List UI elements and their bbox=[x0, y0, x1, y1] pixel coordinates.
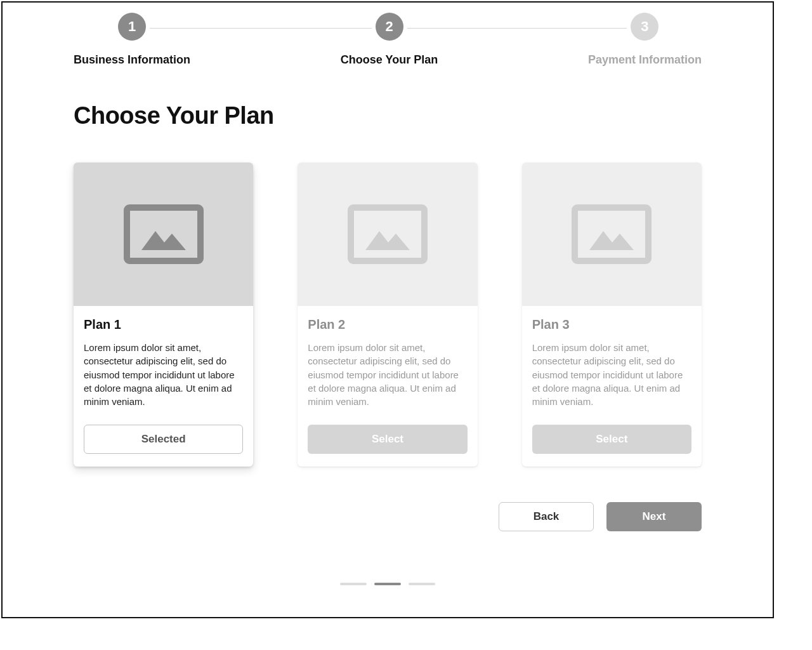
plan-image-placeholder bbox=[74, 162, 253, 306]
step-choose-your-plan[interactable]: 2 Choose Your Plan bbox=[341, 13, 438, 67]
step-label: Business Information bbox=[74, 53, 190, 67]
plan-card-list: Plan 1 Lorem ipsum dolor sit amet, conse… bbox=[74, 162, 702, 467]
plan-card-1[interactable]: Plan 1 Lorem ipsum dolor sit amet, conse… bbox=[74, 162, 253, 467]
wizard-nav: Back Next bbox=[74, 502, 702, 531]
plan-select-button[interactable]: Select bbox=[532, 425, 691, 454]
plan-card-2[interactable]: Plan 2 Lorem ipsum dolor sit amet, conse… bbox=[298, 162, 477, 467]
plan-image-placeholder bbox=[522, 162, 702, 306]
step-payment-information[interactable]: 3 Payment Information bbox=[588, 13, 702, 67]
step-label: Payment Information bbox=[588, 53, 702, 67]
svg-rect-0 bbox=[127, 208, 200, 261]
page-indicator bbox=[340, 583, 435, 585]
page-indicator-dot[interactable] bbox=[340, 583, 367, 585]
step-label: Choose Your Plan bbox=[341, 53, 438, 67]
svg-rect-4 bbox=[575, 208, 648, 261]
plan-description: Lorem ipsum dolor sit amet, consectetur … bbox=[84, 341, 243, 408]
back-button[interactable]: Back bbox=[499, 502, 594, 531]
plan-title: Plan 3 bbox=[532, 317, 691, 332]
step-number: 2 bbox=[376, 13, 403, 41]
svg-rect-2 bbox=[351, 208, 424, 261]
image-placeholder-icon bbox=[124, 204, 204, 264]
stepper: 1 Business Information 2 Choose Your Pla… bbox=[74, 13, 702, 67]
plan-select-button[interactable]: Select bbox=[308, 425, 467, 454]
plan-description: Lorem ipsum dolor sit amet, consectetur … bbox=[308, 341, 467, 408]
next-button[interactable]: Next bbox=[606, 502, 702, 531]
step-business-information[interactable]: 1 Business Information bbox=[74, 13, 190, 67]
image-placeholder-icon bbox=[572, 204, 652, 264]
plan-select-button[interactable]: Selected bbox=[84, 425, 243, 454]
plan-description: Lorem ipsum dolor sit amet, consectetur … bbox=[532, 341, 691, 408]
plan-title: Plan 2 bbox=[308, 317, 467, 332]
step-number: 1 bbox=[118, 13, 146, 41]
page-indicator-dot[interactable] bbox=[409, 583, 435, 585]
plan-card-3[interactable]: Plan 3 Lorem ipsum dolor sit amet, conse… bbox=[522, 162, 702, 467]
step-number: 3 bbox=[631, 13, 658, 41]
svg-marker-3 bbox=[365, 231, 410, 250]
svg-marker-1 bbox=[141, 231, 186, 250]
svg-marker-5 bbox=[589, 231, 634, 250]
image-placeholder-icon bbox=[348, 204, 428, 264]
plan-title: Plan 1 bbox=[84, 317, 243, 332]
page-indicator-dot[interactable] bbox=[374, 583, 401, 585]
plan-image-placeholder bbox=[298, 162, 477, 306]
page-title: Choose Your Plan bbox=[74, 102, 702, 129]
